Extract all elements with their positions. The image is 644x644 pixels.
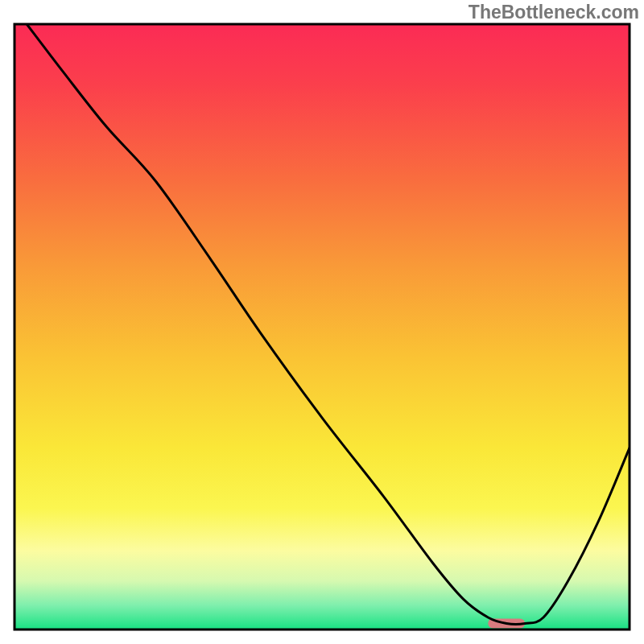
attribution-text: TheBottleneck.com — [469, 2, 639, 23]
bottleneck-chart — [0, 0, 644, 644]
chart-container: TheBottleneck.com — [0, 0, 644, 644]
gradient-background — [14, 24, 630, 630]
